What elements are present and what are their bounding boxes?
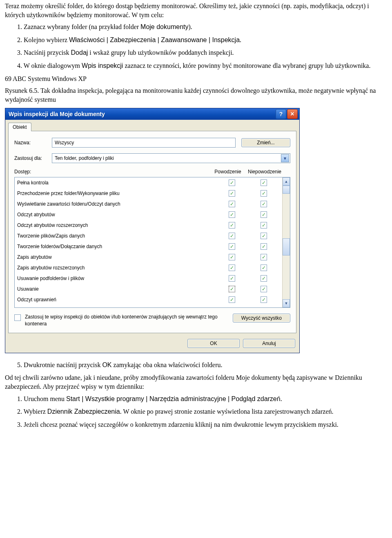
permission-row[interactable]: Przechodzenie przez folder/Wykonywanie p… [15,188,282,199]
steps-list-2: 1. Uruchom menu Start | Wszystkie progra… [5,395,387,429]
permission-row[interactable]: Usuwanie✓✓ [15,284,282,294]
permission-row[interactable]: Tworzenie plików/Zapis danych✓✓ [15,231,282,241]
fail-checkbox[interactable]: ✓ [261,201,267,207]
access-header: Dostęp: [14,169,209,175]
permission-name: Odczyt atrybutów rozszerzonych [17,222,216,228]
fail-checkbox[interactable]: ✓ [261,296,267,303]
fail-checkbox[interactable]: ✓ [261,190,267,197]
permission-name: Zapis atrybutów [17,254,216,260]
step-2: 2. Kolejno wybierz Właściwości | Zabezpi… [24,36,387,45]
after-paragraph: Od tej chwili zarówno udane, jak i nieud… [5,373,387,391]
permission-name: Usuwanie podfolderów i plików [17,276,216,281]
success-header: Powodzenie [209,169,246,175]
dialog-window: Wpis inspekcji dla Moje dokumenty ? × Ob… [5,108,300,353]
scroll-up-icon[interactable]: ▲ [283,177,290,186]
apply-nested-label: Zastosuj te wpisy inspekcji do obiektów … [25,314,233,327]
step-4: 4. W oknie dialogowym Wpis inspekcji zaz… [24,61,387,70]
step-5: 5. Dwukrotnie naciśnij przycisk OK zamyk… [24,361,387,370]
permission-name: Pełna kontrola [17,180,216,186]
success-checkbox[interactable]: ✓ [229,233,235,239]
fail-checkbox[interactable]: ✓ [261,286,267,292]
permission-row[interactable]: Tworzenie folderów/Dołączanie danych✓✓ [15,241,282,252]
fail-checkbox[interactable]: ✓ [261,243,267,250]
intro-paragraph: Teraz możemy określić folder, do którego… [5,2,387,19]
fail-checkbox[interactable]: ✓ [261,265,267,271]
step-b2: 2. Wybierz Dziennik Zabezpieczenia. W ok… [24,407,387,416]
permission-name: Przechodzenie przez folder/Wykonywanie p… [17,191,216,196]
permission-name: Tworzenie plików/Zapis danych [17,233,216,239]
success-checkbox[interactable]: ✓ [229,201,235,207]
ok-button[interactable]: OK [187,339,240,348]
success-checkbox[interactable]: ✓ [229,222,235,229]
chevron-down-icon: ▼ [281,154,289,162]
success-checkbox[interactable]: ✓ [229,296,235,303]
fail-checkbox[interactable]: ✓ [261,211,267,218]
success-checkbox[interactable]: ✓ [229,254,235,260]
step-5-wrap: 5. Dwukrotnie naciśnij przycisk OK zamyk… [5,361,387,370]
fail-checkbox[interactable]: ✓ [261,222,267,229]
tab-object[interactable]: Obiekt [8,123,31,131]
change-button[interactable]: Zmień... [241,138,290,147]
title-text: Wpis inspekcji dla Moje dokumenty [9,111,105,117]
permission-name: Odczyt atrybutów [17,212,216,217]
step-3: 3. Naciśnij przycisk Dodaj i wskaż grupy… [24,48,387,57]
permission-row[interactable]: Pełna kontrola✓✓ [15,177,282,188]
permissions-listbox: Pełna kontrola✓✓Przechodzenie przez fold… [14,177,290,308]
permission-row[interactable]: Usuwanie podfolderów i plików✓✓ [15,273,282,284]
cancel-button[interactable]: Anuluj [243,339,295,348]
permission-name: Tworzenie folderów/Dołączanie danych [17,244,216,249]
apply-nested-checkbox[interactable] [14,314,21,321]
success-checkbox[interactable]: ✓ [229,243,235,250]
apply-for-dropdown[interactable]: Ten folder, podfoldery i pliki ▼ [52,153,290,163]
fail-checkbox[interactable]: ✓ [261,179,267,186]
fail-checkbox[interactable]: ✓ [261,275,267,282]
fail-checkbox[interactable]: ✓ [261,254,267,260]
step-b3: 3. Jeżeli chcesz poznać więcej szczegółó… [24,420,387,429]
clear-all-button[interactable]: Wyczyść wszystko [233,314,290,323]
permission-name: Wyświetlanie zawartości folderu/Odczyt d… [17,201,216,207]
permission-row[interactable]: Odczyt atrybutów rozszerzonych✓✓ [15,220,282,231]
success-checkbox[interactable]: ✓ [229,286,235,292]
success-checkbox[interactable]: ✓ [229,211,235,218]
name-field[interactable]: Wszyscy [52,138,236,148]
permission-row[interactable]: Odczyt atrybutów✓✓ [15,209,282,220]
close-icon[interactable]: × [287,109,298,119]
permission-name: Zapis atrybutów rozszerzonych [17,265,216,271]
scrollbar[interactable]: ▲ ▼ [282,177,290,307]
success-checkbox[interactable]: ✓ [229,275,235,282]
apply-for-label: Zastosuj dla: [14,155,52,161]
fail-checkbox[interactable]: ✓ [261,233,267,239]
permission-row[interactable]: Zapis atrybutów rozszerzonych✓✓ [15,262,282,273]
mid-note: 69 ABC Systemu Windows XP [5,74,387,83]
figure-caption: Rysunek 6.5. Tak dokładna inspekcja, pol… [5,86,387,104]
permission-row[interactable]: Zapis atrybutów✓✓ [15,252,282,262]
permission-row[interactable]: Odczyt uprawnień✓✓ [15,294,282,305]
success-checkbox[interactable]: ✓ [229,265,235,271]
name-label: Nazwa: [14,140,52,146]
help-icon[interactable]: ? [276,109,286,119]
success-checkbox[interactable]: ✓ [229,190,235,197]
permission-row[interactable]: Wyświetlanie zawartości folderu/Odczyt d… [15,199,282,209]
permission-name: Usuwanie [17,286,216,292]
success-checkbox[interactable]: ✓ [229,179,235,186]
permission-name: Odczyt uprawnień [17,297,216,303]
step-1: 1. Zaznacz wybrany folder (na przykład f… [24,22,387,31]
scroll-down-icon[interactable]: ▼ [283,299,290,307]
title-bar[interactable]: Wpis inspekcji dla Moje dokumenty ? × [5,108,299,120]
step-b1: 1. Uruchom menu Start | Wszystkie progra… [24,395,387,404]
steps-list-1: 1. Zaznacz wybrany folder (na przykład f… [5,22,387,70]
fail-header: Niepowodzenie [246,169,283,175]
